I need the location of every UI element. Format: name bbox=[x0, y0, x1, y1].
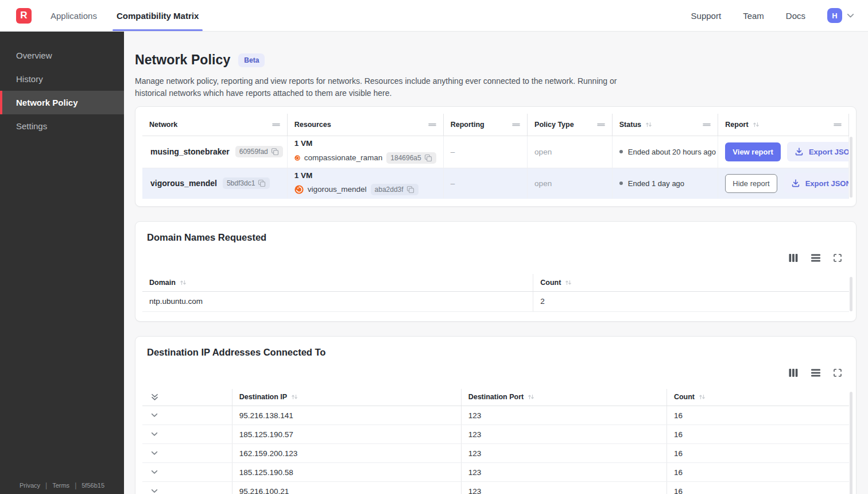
column-resize-handle-icon[interactable] bbox=[834, 122, 842, 127]
hide-report-button[interactable]: Hide report bbox=[725, 174, 777, 193]
expand-row-icon[interactable] bbox=[151, 432, 158, 437]
expand-row-icon[interactable] bbox=[151, 489, 158, 493]
copy-icon[interactable] bbox=[271, 148, 279, 156]
fullscreen-button[interactable] bbox=[832, 252, 843, 264]
page-description: Manage network policy, reporting and vie… bbox=[135, 75, 639, 99]
tab-label: Applications bbox=[51, 11, 97, 21]
col-network: Network bbox=[149, 121, 177, 129]
destination-port: 123 bbox=[461, 444, 666, 463]
columns-icon bbox=[788, 253, 799, 263]
tab-applications[interactable]: Applications bbox=[51, 0, 97, 31]
resources-summary: 1 VM bbox=[294, 140, 436, 148]
app-logo[interactable]: R bbox=[16, 8, 32, 24]
copy-icon[interactable] bbox=[406, 186, 414, 194]
export-json-button[interactable]: Export JSON bbox=[787, 142, 849, 161]
networks-card: Network Resources Reporting Policy Type … bbox=[135, 106, 857, 207]
sidebar: Overview History Network Policy Settings… bbox=[0, 32, 124, 494]
sort-icon[interactable] bbox=[528, 393, 534, 400]
domain-names-card: Domain Names Requested Domain Count ntp.… bbox=[135, 221, 857, 322]
count-value: 2 bbox=[533, 291, 849, 311]
density-button[interactable] bbox=[809, 367, 822, 379]
scrollbar[interactable] bbox=[850, 392, 852, 494]
fullscreen-button[interactable] bbox=[832, 367, 843, 379]
network-row[interactable]: musing_stonebraker 60959fad 1 VM compass… bbox=[142, 136, 849, 168]
copy-icon[interactable] bbox=[258, 179, 266, 187]
export-json-button[interactable]: Export JSON bbox=[784, 173, 849, 193]
destinations-table: Destination IP Destination Port Count 95… bbox=[142, 389, 849, 494]
avatar[interactable]: H bbox=[827, 8, 842, 23]
rows-icon bbox=[811, 253, 821, 263]
sort-icon[interactable] bbox=[291, 393, 298, 400]
columns-button[interactable] bbox=[787, 367, 800, 379]
count-value: 16 bbox=[666, 463, 849, 482]
top-nav: R Applications Compatibility Matrix Supp… bbox=[0, 0, 868, 32]
destination-row[interactable]: 185.125.190.58 123 16 bbox=[142, 463, 849, 482]
network-id-badge: 60959fad bbox=[235, 146, 283, 157]
table-toolbar bbox=[142, 252, 843, 264]
nav-link-docs[interactable]: Docs bbox=[786, 11, 805, 21]
scrollbar[interactable] bbox=[850, 137, 852, 198]
terms-link[interactable]: Terms bbox=[52, 482, 69, 489]
tab-compatibility-matrix[interactable]: Compatibility Matrix bbox=[117, 0, 199, 31]
destination-port: 123 bbox=[461, 406, 666, 425]
destination-ip: 95.216.100.21 bbox=[232, 482, 461, 494]
copy-icon[interactable] bbox=[424, 154, 432, 162]
nav-link-support[interactable]: Support bbox=[691, 11, 722, 21]
privacy-link[interactable]: Privacy bbox=[20, 482, 40, 489]
col-status: Status bbox=[619, 121, 641, 129]
column-resize-handle-icon[interactable] bbox=[272, 122, 280, 127]
sidebar-item-overview[interactable]: Overview bbox=[0, 44, 124, 67]
column-resize-handle-icon[interactable] bbox=[512, 122, 520, 127]
sidebar-item-network-policy[interactable]: Network Policy bbox=[0, 91, 124, 114]
expand-row-icon[interactable] bbox=[151, 451, 158, 456]
density-button[interactable] bbox=[809, 252, 822, 264]
destination-row[interactable]: 185.125.190.57 123 16 bbox=[142, 425, 849, 444]
col-reporting: Reporting bbox=[451, 121, 485, 129]
view-report-button[interactable]: View report bbox=[725, 142, 781, 161]
primary-nav: Applications Compatibility Matrix bbox=[51, 0, 218, 31]
table-toolbar bbox=[142, 367, 843, 379]
vm-logo-icon bbox=[294, 185, 304, 194]
destination-row[interactable]: 162.159.200.123 123 16 bbox=[142, 444, 849, 463]
network-row[interactable]: vigorous_mendel 5bdf3dc1 1 VM vigorous_m… bbox=[142, 168, 849, 199]
domain-row[interactable]: ntp.ubuntu.com 2 bbox=[142, 291, 849, 311]
expand-all-icon[interactable] bbox=[151, 393, 158, 401]
policy-type-value: open bbox=[528, 168, 613, 199]
column-resize-handle-icon[interactable] bbox=[428, 122, 436, 127]
sidebar-footer: Privacy | Terms | 5f56b15 bbox=[0, 481, 124, 489]
page-header: Network Policy Beta bbox=[135, 52, 857, 68]
chevron-down-icon bbox=[847, 13, 854, 18]
sort-icon[interactable] bbox=[645, 121, 652, 128]
top-nav-right: Support Team Docs H bbox=[691, 8, 854, 23]
count-value: 16 bbox=[666, 406, 849, 425]
card-title: Destination IP Addresses Connected To bbox=[142, 347, 849, 358]
download-icon bbox=[795, 147, 804, 156]
nav-link-team[interactable]: Team bbox=[743, 11, 764, 21]
scrollbar[interactable] bbox=[850, 277, 852, 311]
sort-icon[interactable] bbox=[753, 121, 760, 128]
networks-header-row: Network Resources Reporting Policy Type … bbox=[142, 114, 849, 136]
col-count: Count bbox=[674, 393, 695, 401]
policy-type-value: open bbox=[528, 136, 613, 168]
sort-icon[interactable] bbox=[565, 279, 572, 286]
destination-row[interactable]: 95.216.138.141 123 16 bbox=[142, 406, 849, 425]
col-policy-type: Policy Type bbox=[534, 121, 574, 129]
rows-icon bbox=[811, 368, 821, 377]
main-content: Network Policy Beta Manage network polic… bbox=[124, 32, 868, 494]
column-resize-handle-icon[interactable] bbox=[703, 122, 711, 127]
sort-icon[interactable] bbox=[699, 393, 706, 400]
destination-ip: 162.159.200.123 bbox=[232, 444, 461, 463]
sidebar-item-settings[interactable]: Settings bbox=[0, 114, 124, 138]
destination-row[interactable]: 95.216.100.21 123 16 bbox=[142, 482, 849, 494]
sidebar-item-history[interactable]: History bbox=[0, 67, 124, 91]
expand-row-icon[interactable] bbox=[151, 413, 158, 418]
reporting-value: – bbox=[443, 168, 527, 199]
account-menu[interactable]: H bbox=[827, 8, 854, 23]
column-resize-handle-icon[interactable] bbox=[597, 122, 605, 127]
sort-icon[interactable] bbox=[180, 279, 187, 286]
columns-button[interactable] bbox=[787, 252, 800, 264]
destination-ips-card: Destination IP Addresses Connected To De… bbox=[135, 336, 857, 494]
count-value: 16 bbox=[666, 444, 849, 463]
expand-row-icon[interactable] bbox=[151, 470, 158, 474]
network-name: vigorous_mendel bbox=[150, 179, 217, 188]
